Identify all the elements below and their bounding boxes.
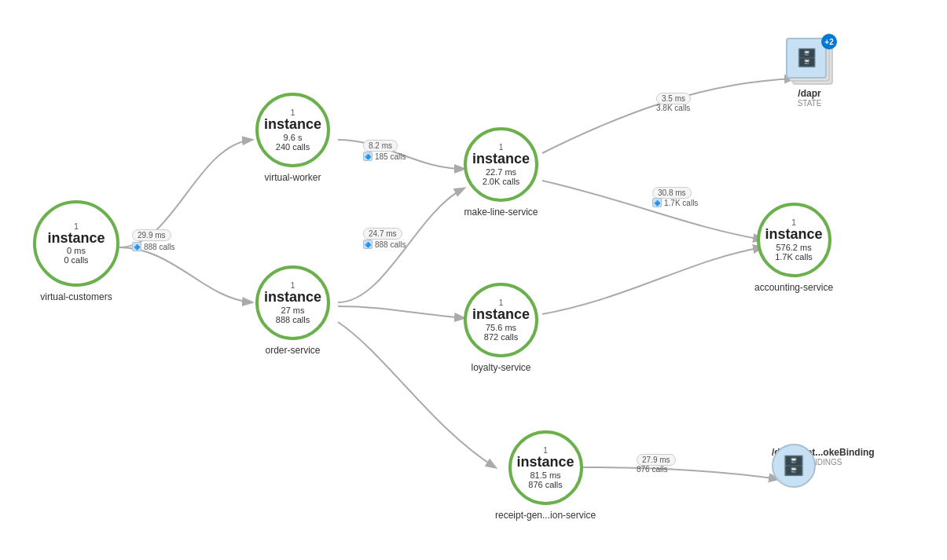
edge-vc-vw-sub: 🔷 888 calls <box>132 242 174 251</box>
node-accounting-service[interactable]: 1 instance 576.2 ms 1.7K calls accountin… <box>754 203 833 293</box>
ls-stat1: 75.6 ms <box>486 323 516 332</box>
vc-stat1: 0 ms <box>67 246 86 255</box>
mls-label: make-line-service <box>464 207 538 218</box>
edge-vw-mls-label: 8.2 ms <box>363 140 398 152</box>
rs-stat2: 876 calls <box>528 480 562 489</box>
acc-stat1: 576.2 ms <box>776 243 811 252</box>
circle-make-line-service: 1 instance 22.7 ms 2.0K calls <box>464 127 538 202</box>
rs-label: receipt-gen...ion-service <box>495 510 596 521</box>
edge-mls-dapr-label: 3.5 ms <box>656 93 691 104</box>
node-dapr-state[interactable]: 🗄️ +2 /dapr STATE <box>786 38 833 108</box>
dapr-state-label: /dapr <box>798 88 820 99</box>
circle-virtual-customers: 1 instance 0 ms 0 calls <box>33 200 119 287</box>
edge-rs-bind-label: 27.9 ms <box>637 454 676 466</box>
dapr-state-badge: +2 <box>821 34 837 49</box>
edge-os-mls-sub: 🔷 888 calls <box>363 240 406 249</box>
circle-virtual-worker: 1 instance 9.6 s 240 calls <box>255 93 330 167</box>
node-receipt-service[interactable]: 1 instance 81.5 ms 876 calls receipt-gen… <box>495 430 596 521</box>
vc-instance: 1 <box>74 222 79 231</box>
http-icon2: 🔷 <box>363 152 373 161</box>
ls-label: loyalty-service <box>471 362 530 373</box>
dapr-bindings-icon: 🗄️ <box>772 444 816 488</box>
node-order-service[interactable]: 1 instance 27 ms 888 calls order-service <box>255 265 330 356</box>
circle-order-service: 1 instance 27 ms 888 calls <box>255 265 330 340</box>
edge-mls-dapr-sub: 3.8K calls <box>656 104 690 112</box>
os-label: order-service <box>265 345 320 356</box>
circle-loyalty-service: 1 instance 75.6 ms 872 calls <box>464 283 538 357</box>
dapr-state-icon-wrap: 🗄️ +2 <box>786 38 833 85</box>
http-icon4: 🔷 <box>652 198 662 207</box>
vw-stat1: 9.6 s <box>284 133 303 142</box>
diagram: 1 instance 0 ms 0 calls virtual-customer… <box>0 0 947 560</box>
circle-accounting-service: 1 instance 576.2 ms 1.7K calls <box>757 203 831 277</box>
node-loyalty-service[interactable]: 1 instance 75.6 ms 872 calls loyalty-ser… <box>464 283 538 373</box>
http-icon3: 🔷 <box>363 240 373 249</box>
vc-label: virtual-customers <box>40 291 112 302</box>
acc-stat2: 1.7K calls <box>775 252 813 262</box>
edge-rs-bind-sub: 876 calls <box>637 465 667 474</box>
vw-stat2: 240 calls <box>276 142 310 152</box>
mls-stat2: 2.0K calls <box>483 177 520 186</box>
rs-stat1: 81.5 ms <box>530 470 560 480</box>
node-make-line-service[interactable]: 1 instance 22.7 ms 2.0K calls make-line-… <box>464 127 538 218</box>
os-stat2: 888 calls <box>276 315 310 324</box>
edge-mls-acc-sub: 🔷 1.7K calls <box>652 198 698 207</box>
node-dapr-bindings[interactable]: 🗄️ /dapr.prot...okeBinding BINDINGS <box>772 444 875 467</box>
http-icon: 🔷 <box>132 242 141 251</box>
vw-label: virtual-worker <box>264 172 321 183</box>
vc-stat2: 0 calls <box>64 255 88 265</box>
edge-os-mls-label: 24.7 ms <box>363 228 402 240</box>
mls-stat1: 22.7 ms <box>486 167 516 177</box>
dapr-state-sublabel: STATE <box>798 99 822 108</box>
node-virtual-worker[interactable]: 1 instance 9.6 s 240 calls virtual-worke… <box>255 93 330 183</box>
edge-mls-acc-label: 30.8 ms <box>652 187 692 199</box>
edge-vw-mls-sub: 🔷 185 calls <box>363 152 406 161</box>
ls-stat2: 872 calls <box>484 332 518 342</box>
acc-label: accounting-service <box>754 282 833 293</box>
os-stat1: 27 ms <box>281 306 305 315</box>
dapr-state-icon: 🗄️ <box>786 38 827 79</box>
node-virtual-customers[interactable]: 1 instance 0 ms 0 calls virtual-customer… <box>33 200 119 302</box>
circle-receipt-service: 1 instance 81.5 ms 876 calls <box>508 430 583 505</box>
edge-vc-vw-label: 29.9 ms <box>132 229 171 241</box>
